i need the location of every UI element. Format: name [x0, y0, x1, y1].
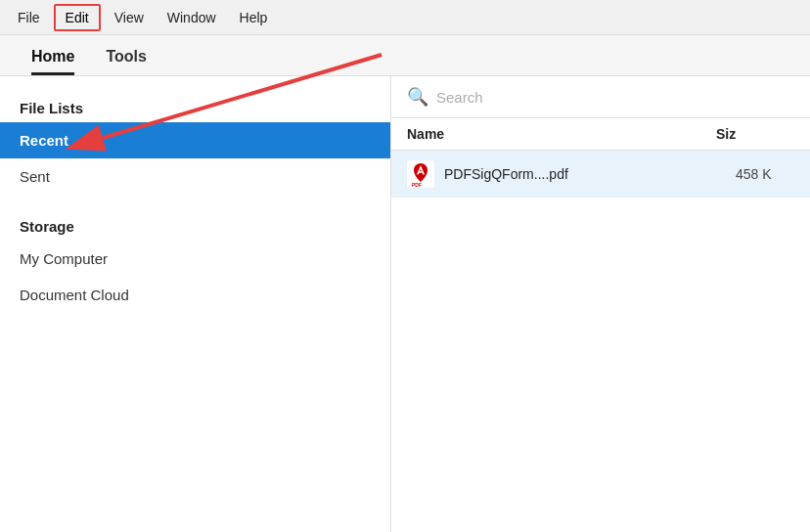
main-content: File Lists Recent Sent Storage My Comput… — [0, 76, 810, 532]
menu-edit[interactable]: Edit — [54, 4, 101, 31]
sidebar-section-file-lists: File Lists — [0, 92, 390, 122]
column-name: Name — [407, 126, 716, 142]
search-icon: 🔍 — [407, 86, 428, 108]
search-input[interactable] — [436, 89, 794, 106]
search-bar: 🔍 — [391, 76, 810, 118]
sidebar: File Lists Recent Sent Storage My Comput… — [0, 76, 391, 532]
column-size: Siz — [716, 126, 794, 142]
menu-file[interactable]: File — [8, 6, 50, 29]
sidebar-section-storage: Storage — [0, 210, 390, 241]
menu-bar: File Edit View Window Help — [0, 0, 810, 35]
tab-tools[interactable]: Tools — [90, 40, 161, 75]
tab-bar: Home Tools — [0, 35, 810, 76]
file-name: PDFSigQForm....pdf — [444, 166, 726, 182]
sidebar-item-my-computer[interactable]: My Computer — [0, 241, 390, 277]
right-panel: 🔍 Name Siz PDF PDFSigQForm....pdf 458 K — [391, 76, 810, 532]
menu-help[interactable]: Help — [230, 6, 278, 29]
sidebar-item-document-cloud[interactable]: Document Cloud — [0, 277, 390, 313]
file-size: 458 K — [736, 166, 794, 182]
svg-text:PDF: PDF — [412, 182, 422, 188]
tab-home[interactable]: Home — [16, 40, 90, 75]
file-list-header: Name Siz — [391, 118, 810, 151]
menu-window[interactable]: Window — [158, 6, 226, 29]
pdf-file-icon: PDF — [407, 160, 434, 188]
file-row[interactable]: PDF PDFSigQForm....pdf 458 K — [391, 151, 810, 198]
sidebar-item-sent[interactable]: Sent — [0, 158, 390, 195]
sidebar-item-recent[interactable]: Recent — [0, 122, 390, 158]
menu-view[interactable]: View — [105, 6, 154, 29]
